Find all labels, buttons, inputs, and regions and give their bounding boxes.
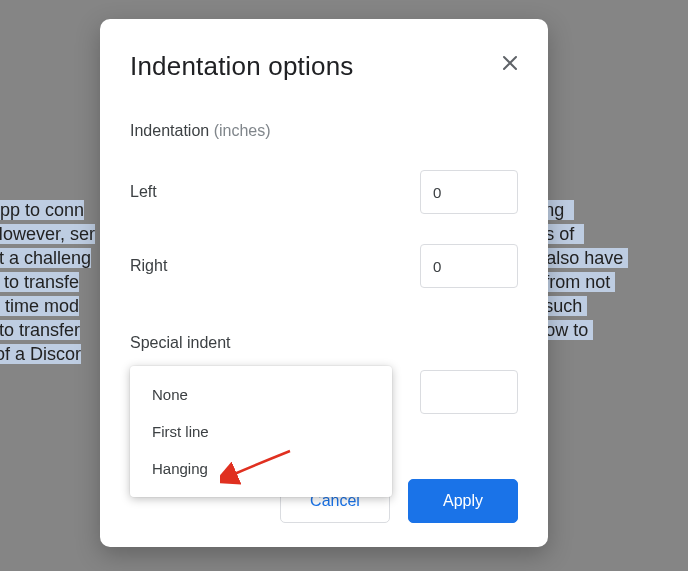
close-button[interactable] [496,49,524,77]
right-indent-row: Right [130,244,518,288]
indentation-section-label: Indentation (inches) [130,122,518,140]
dropdown-item-hanging[interactable]: Hanging [130,450,392,487]
left-indent-input[interactable] [420,170,518,214]
special-indent-value-input[interactable] [420,370,518,414]
indentation-options-dialog: Indentation options Indentation (inches)… [100,19,548,547]
apply-button[interactable]: Apply [408,479,518,523]
dropdown-item-first-line[interactable]: First line [130,413,392,450]
special-indent-label: Special indent [130,334,518,352]
left-indent-label: Left [130,183,157,201]
indentation-unit-text: (inches) [214,122,271,139]
right-indent-label: Right [130,257,167,275]
dropdown-item-none[interactable]: None [130,376,392,413]
left-indent-row: Left [130,170,518,214]
dialog-title: Indentation options [130,51,518,82]
special-indent-row: None First line Hanging [130,370,518,414]
right-indent-input[interactable] [420,244,518,288]
special-indent-dropdown[interactable]: None First line Hanging [130,366,392,497]
close-icon [502,55,518,71]
indentation-label-text: Indentation [130,122,209,139]
